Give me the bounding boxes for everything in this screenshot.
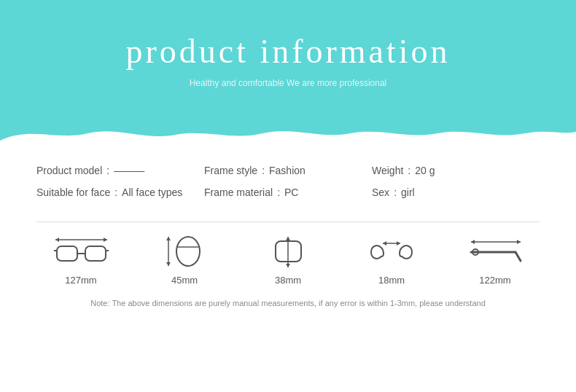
product-model-label: Product model bbox=[36, 165, 102, 176]
svg-marker-24 bbox=[471, 240, 475, 244]
sex-item: Sex : girl bbox=[372, 187, 540, 198]
frame-style-label: Frame style bbox=[204, 165, 257, 176]
dimension-temple: 122mm bbox=[466, 234, 524, 286]
frame-style-item: Frame style : Fashion bbox=[204, 165, 372, 176]
glasses-width-icon bbox=[52, 234, 110, 270]
svg-rect-4 bbox=[85, 246, 106, 261]
dimension-width-label: 127mm bbox=[65, 275, 96, 286]
dimension-width: 127mm bbox=[52, 234, 110, 286]
info-row-1: Product model : ——— Frame style : Fashio… bbox=[36, 165, 540, 176]
face-type-item: Suitable for face : All face types bbox=[36, 187, 204, 198]
svg-marker-9 bbox=[166, 237, 171, 240]
page-title: product information bbox=[125, 32, 450, 71]
weight-value: 20 g bbox=[415, 165, 435, 176]
svg-marker-19 bbox=[397, 241, 400, 246]
frame-material-colon: : bbox=[277, 187, 280, 198]
header-section: product information Healthy and comforta… bbox=[0, 0, 576, 120]
face-type-value: All face types bbox=[122, 187, 182, 198]
dimensions-section: 127mm 45mm bbox=[0, 234, 576, 286]
svg-marker-16 bbox=[286, 264, 290, 267]
svg-marker-15 bbox=[286, 237, 290, 240]
dimension-lens-width: 38mm bbox=[259, 234, 317, 286]
dimension-bridge: 18mm bbox=[362, 234, 421, 286]
dimension-temple-label: 122mm bbox=[479, 275, 510, 286]
face-type-label: Suitable for face bbox=[36, 187, 110, 198]
svg-marker-18 bbox=[383, 241, 386, 246]
face-type-colon: : bbox=[114, 187, 117, 198]
sex-label: Sex bbox=[372, 187, 389, 198]
product-model-value: ——— bbox=[114, 165, 144, 176]
frame-material-value: PC bbox=[284, 187, 298, 198]
header-subtitle: Healthy and comfortable We are more prof… bbox=[190, 78, 387, 88]
frame-material-item: Frame material : PC bbox=[204, 187, 372, 198]
svg-marker-2 bbox=[104, 238, 107, 242]
svg-rect-3 bbox=[57, 246, 77, 261]
temple-icon bbox=[466, 234, 524, 270]
weight-colon: : bbox=[408, 165, 410, 176]
svg-marker-25 bbox=[517, 240, 521, 244]
svg-line-21 bbox=[515, 252, 521, 261]
dimension-lens-height-label: 45mm bbox=[171, 275, 198, 286]
lens-width-icon bbox=[259, 234, 317, 270]
svg-marker-1 bbox=[55, 238, 59, 242]
dimension-bridge-label: 18mm bbox=[378, 275, 405, 286]
product-model-item: Product model : ——— bbox=[36, 165, 204, 176]
frame-material-label: Frame material bbox=[204, 187, 273, 198]
frame-style-colon: : bbox=[262, 165, 265, 176]
section-divider bbox=[36, 222, 540, 222]
svg-marker-10 bbox=[166, 262, 171, 266]
bridge-icon bbox=[362, 234, 421, 270]
info-section: Product model : ——— Frame style : Fashio… bbox=[0, 152, 576, 216]
svg-point-11 bbox=[176, 237, 200, 266]
dimension-lens-width-label: 38mm bbox=[275, 275, 301, 286]
sex-value: girl bbox=[401, 187, 415, 198]
weight-label: Weight bbox=[372, 165, 403, 176]
product-model-colon: : bbox=[106, 165, 109, 176]
frame-style-value: Fashion bbox=[269, 165, 305, 176]
info-row-2: Suitable for face : All face types Frame… bbox=[36, 187, 540, 198]
note-text: Note: The above dimensions are purely ma… bbox=[29, 299, 547, 307]
sex-colon: : bbox=[394, 187, 397, 198]
note-section: Note: The above dimensions are purely ma… bbox=[0, 299, 576, 307]
dimension-lens-height: 45mm bbox=[155, 234, 214, 286]
wave-decoration bbox=[0, 119, 576, 152]
weight-item: Weight : 20 g bbox=[372, 165, 540, 176]
lens-height-icon bbox=[155, 234, 214, 270]
